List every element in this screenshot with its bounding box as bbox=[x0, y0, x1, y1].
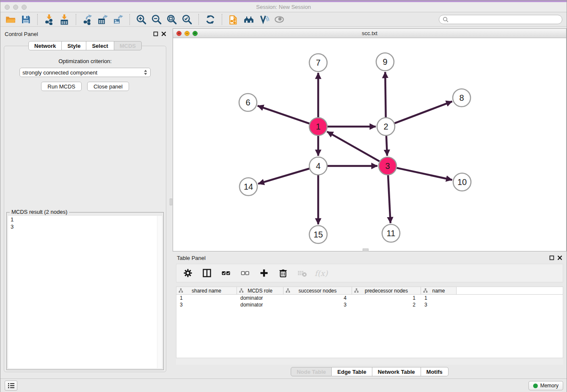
search-input[interactable] bbox=[451, 17, 559, 23]
graph-node-9[interactable]: 9 bbox=[376, 53, 394, 71]
tab-mcds[interactable]: MCDS bbox=[114, 41, 142, 50]
column-header-predecessor-nodes[interactable]: predecessor nodes bbox=[352, 287, 421, 294]
graph-edge-4-14[interactable] bbox=[258, 168, 309, 184]
cell-successor-nodes[interactable]: 4 bbox=[284, 295, 352, 301]
toolbar-separator bbox=[129, 14, 130, 25]
delete-row-button[interactable] bbox=[277, 267, 289, 279]
table-horizontal-scrollbar[interactable] bbox=[176, 358, 563, 365]
column-label: MCDS role bbox=[248, 288, 272, 294]
import-table-button[interactable] bbox=[57, 13, 72, 26]
zoom-in-button[interactable] bbox=[134, 13, 149, 26]
criterion-value: strongly connected component bbox=[22, 69, 143, 76]
run-mcds-button[interactable]: Run MCDS bbox=[41, 82, 82, 91]
graph-edge-3-1[interactable] bbox=[327, 132, 380, 161]
graph-node-3[interactable]: 3 bbox=[379, 157, 396, 175]
graph-node-7[interactable]: 7 bbox=[309, 54, 327, 72]
control-panel: Control Panel NetworkStyleSelectMCDS Opt… bbox=[0, 28, 170, 375]
horizontal-splitter-grip[interactable] bbox=[363, 248, 369, 251]
cell-shared-name[interactable]: 1 bbox=[176, 295, 237, 301]
add-row-button[interactable] bbox=[258, 267, 270, 279]
optimization-criterion-select[interactable]: strongly connected component bbox=[19, 68, 151, 77]
toggle-visibility-button[interactable] bbox=[272, 13, 287, 26]
graph-edge-2-3[interactable] bbox=[386, 136, 387, 156]
graph-edge-1-6[interactable] bbox=[258, 106, 309, 124]
deselect-all-columns-button[interactable] bbox=[239, 267, 251, 279]
column-header-shared-name[interactable]: shared name bbox=[176, 287, 237, 294]
tab-network[interactable]: Network bbox=[28, 41, 62, 50]
open-session-button[interactable] bbox=[3, 13, 18, 26]
graph-edge-3-10[interactable] bbox=[397, 168, 452, 180]
zoom-selected-button[interactable] bbox=[179, 13, 195, 26]
cell-name[interactable]: 1 bbox=[421, 295, 457, 301]
table-row[interactable]: 1dominator411 bbox=[176, 295, 563, 301]
memory-button[interactable]: Memory bbox=[528, 381, 563, 390]
application-window: Session: New Session bbox=[0, 0, 567, 392]
column-view-button[interactable] bbox=[201, 267, 213, 279]
cell-successor-nodes[interactable]: 3 bbox=[284, 301, 352, 308]
column-header-successor-nodes[interactable]: successor nodes bbox=[284, 287, 352, 294]
column-header-mcds-role[interactable]: MCDS role bbox=[237, 287, 284, 294]
export-image-button[interactable] bbox=[110, 13, 126, 26]
search-box[interactable] bbox=[439, 15, 562, 24]
table-toolbar: f(x) bbox=[176, 264, 563, 282]
export-network-button[interactable] bbox=[80, 13, 95, 26]
result-line: 3 bbox=[8, 223, 162, 230]
zoom-fit-button[interactable] bbox=[164, 13, 179, 26]
tab-select[interactable]: Select bbox=[86, 41, 114, 50]
fx-icon: f(x) bbox=[315, 269, 328, 278]
save-session-button[interactable] bbox=[18, 13, 33, 26]
toolbar-separator bbox=[76, 14, 76, 25]
close-panel-button[interactable]: Close panel bbox=[87, 82, 129, 91]
apply-preferred-layout-button[interactable] bbox=[203, 13, 218, 26]
show-graphics-details-button[interactable] bbox=[256, 13, 272, 26]
graph-edge-3-11[interactable] bbox=[388, 175, 391, 223]
tab-edge-table[interactable]: Edge Table bbox=[332, 367, 372, 376]
table-settings-button[interactable] bbox=[182, 267, 194, 279]
export-table-button[interactable] bbox=[95, 13, 110, 26]
tab-node-table[interactable]: Node Table bbox=[291, 367, 332, 376]
cell-predecessor-nodes[interactable]: 1 bbox=[352, 295, 421, 301]
import-network-button[interactable] bbox=[41, 13, 57, 26]
network-window-titlebar[interactable]: × − + scc.txt bbox=[173, 29, 566, 38]
first-neighbors-button[interactable] bbox=[241, 13, 256, 26]
graph-node-11[interactable]: 11 bbox=[382, 224, 400, 242]
memory-label: Memory bbox=[540, 383, 559, 389]
node-table[interactable]: shared nameMCDS rolesuccessor nodesprede… bbox=[176, 287, 563, 358]
cell-mcds-role[interactable]: dominator bbox=[237, 295, 284, 301]
select-all-columns-button[interactable] bbox=[220, 267, 232, 279]
graph-node-8[interactable]: 8 bbox=[453, 89, 471, 107]
network-graph[interactable]: 7968124314101511 bbox=[173, 38, 566, 251]
cell-shared-name[interactable]: 3 bbox=[176, 301, 237, 308]
task-history-button[interactable] bbox=[5, 381, 17, 391]
close-panel-icon[interactable] bbox=[557, 255, 562, 260]
cell-name[interactable]: 3 bbox=[421, 301, 457, 308]
graph-edge-2-9[interactable] bbox=[385, 72, 385, 117]
float-panel-icon[interactable] bbox=[153, 31, 158, 36]
network-canvas[interactable]: 7968124314101511 bbox=[173, 38, 566, 251]
tab-network-table[interactable]: Network Table bbox=[372, 367, 421, 376]
graph-node-15[interactable]: 15 bbox=[309, 226, 327, 243]
graph-node-4[interactable]: 4 bbox=[309, 157, 327, 175]
graph-edge-2-8[interactable] bbox=[395, 102, 452, 124]
graph-node-6[interactable]: 6 bbox=[239, 94, 257, 111]
graph-node-14[interactable]: 14 bbox=[239, 178, 257, 196]
zoom-out-button[interactable] bbox=[149, 13, 164, 26]
result-scrollbar[interactable] bbox=[157, 216, 162, 368]
new-network-from-selection-button[interactable] bbox=[226, 13, 241, 26]
cell-predecessor-nodes[interactable]: 2 bbox=[352, 301, 421, 308]
vertical-splitter-grip[interactable] bbox=[170, 199, 172, 205]
table-row[interactable]: 3dominator323 bbox=[176, 301, 563, 308]
tab-style[interactable]: Style bbox=[62, 41, 86, 50]
close-panel-icon[interactable] bbox=[161, 31, 166, 36]
graph-node-2[interactable]: 2 bbox=[377, 118, 395, 135]
tab-motifs[interactable]: Motifs bbox=[421, 367, 449, 376]
toolbar-separator bbox=[37, 14, 38, 25]
eye-icon bbox=[274, 14, 285, 25]
column-header-name[interactable]: name bbox=[421, 287, 457, 294]
mcds-result-list[interactable]: 13 bbox=[8, 216, 162, 368]
cell-mcds-role[interactable]: dominator bbox=[237, 301, 284, 308]
float-panel-icon[interactable] bbox=[549, 255, 554, 260]
graph-node-1[interactable]: 1 bbox=[309, 118, 327, 135]
delete-table-icon bbox=[297, 268, 307, 278]
graph-node-10[interactable]: 10 bbox=[453, 173, 471, 191]
